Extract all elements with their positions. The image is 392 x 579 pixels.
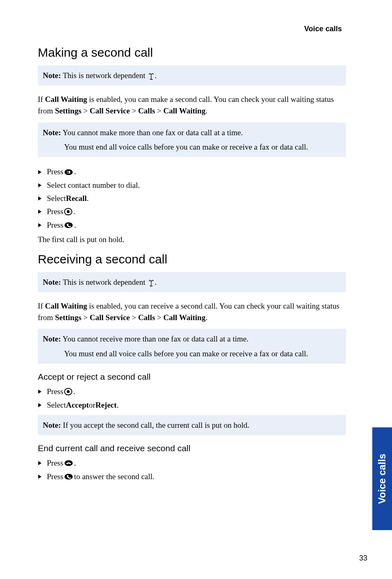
note-line1: You cannot make more than one fax or dat… [61,128,243,137]
period: . [73,205,75,218]
step-item: Select Accept or Reject. [38,399,346,412]
triangle-bullet-icon [38,389,47,394]
step-item: Press . [38,165,346,178]
text-call-waiting: Call Waiting [45,302,87,310]
note-line2: You must end all voice calls before you … [64,348,341,360]
step-text: Press [47,165,63,178]
text: . [205,313,208,322]
svg-point-7 [67,390,70,393]
svg-point-4 [67,210,70,213]
contacts-key-icon [64,169,73,175]
page-number: 33 [359,554,367,563]
svg-rect-2 [67,171,69,173]
text: If [38,95,45,104]
period: . [74,457,76,470]
note-line2: You must end all voice calls before you … [64,141,341,153]
triangle-bullet-icon [38,461,47,466]
steps-accept-reject: Press . Select Accept or Reject. [38,385,346,412]
section-tab-label: Voice calls [376,454,388,504]
body-paragraph-1: If Call Waiting is enabled, you can make… [38,94,346,116]
triangle-bullet-icon [38,474,47,479]
steps-making-call: Press . Select contact number to dial. S… [38,165,346,231]
period: . [74,165,76,178]
note-text: If you accept the second call, the curre… [61,421,249,429]
text: > [130,313,138,322]
step-text-bold: Accept [66,399,89,412]
step-text: Press [47,470,63,483]
step-item: Select contact number to dial. [38,179,346,192]
period: . [117,399,119,412]
antenna-icon [148,280,154,286]
triangle-bullet-icon [38,209,47,214]
note-label: Note: [43,71,61,80]
step-item: Press . [38,457,346,470]
path-calls: Calls [138,313,155,322]
step-text: Select contact number to dial. [47,179,140,192]
note-suffix: . [155,71,157,80]
text: > [155,106,163,115]
step-item: Press . [38,205,346,218]
note-label: Note: [43,334,61,343]
text: > [155,313,163,322]
step-text: Press [47,385,63,398]
note-label: Note: [43,278,61,286]
note-suffix: . [155,278,157,286]
note-text: This is network dependent [61,278,147,286]
heading-making-second-call: Making a second call [38,46,346,60]
text: > [81,313,90,322]
after-steps-text: The first call is put on hold. [38,235,346,244]
call-key-icon [64,473,73,480]
running-head: Voice calls [38,25,346,33]
text: > [130,106,138,115]
triangle-bullet-icon [38,183,47,188]
text: . [205,106,208,115]
antenna-icon [148,73,154,80]
step-item: Press to answer the second call. [38,470,346,483]
triangle-bullet-icon [38,170,47,175]
step-item: Press . [38,385,346,398]
path-settings: Settings [55,313,81,322]
path-calls: Calls [138,106,155,115]
note-network-dependent-1: Note: This is network dependent . [38,65,346,85]
triangle-bullet-icon [38,223,47,228]
step-text: Select [47,399,66,412]
section-tab: Voice calls [372,427,392,530]
step-text: Press [47,205,63,218]
path-call-waiting: Call Waiting [164,106,206,115]
heading-end-receive: End current call and receive second call [38,443,346,453]
note-accept-hold: Note: If you accept the second call, the… [38,415,346,435]
path-settings: Settings [55,106,81,115]
call-key-icon [64,222,73,228]
note-text: This is network dependent [61,71,147,80]
triangle-bullet-icon [38,403,47,408]
svg-point-9 [65,474,73,480]
note-line1: You cannot receive more than one fax or … [61,334,248,343]
step-item: Select Recall. [38,192,346,205]
step-item: Press . [38,219,346,232]
step-text: Press [47,219,63,232]
path-call-service: Call Service [90,106,130,115]
steps-end-receive: Press . Press to answer the second call. [38,457,346,483]
text: If [38,302,45,310]
note-fax-data-1: Note: You cannot make more than one fax … [38,122,346,157]
svg-point-5 [65,222,73,228]
step-text-bold: Recall [66,192,87,205]
note-network-dependent-2: Note: This is network dependent . [38,272,346,292]
nav-key-icon [64,208,72,215]
note-fax-data-2: Note: You cannot receive more than one f… [38,329,346,364]
step-text: to answer the second call. [74,470,154,483]
period: . [74,219,76,232]
path-call-waiting: Call Waiting [164,313,206,322]
note-label: Note: [43,128,61,137]
triangle-bullet-icon [38,196,47,201]
period: . [73,385,75,398]
text-call-waiting: Call Waiting [45,95,87,104]
nav-key-icon [64,388,72,395]
period: . [87,192,89,205]
heading-receiving-second-call: Receiving a second call [38,252,346,266]
end-key-icon [64,460,73,466]
heading-accept-reject: Accept or reject a second call [38,372,346,382]
step-text: Press [47,457,63,470]
step-text: or [89,399,95,412]
step-text-bold: Reject [95,399,117,412]
